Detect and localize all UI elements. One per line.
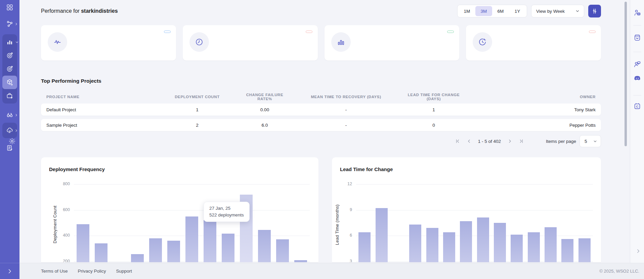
y-tick-label: 3 — [337, 259, 352, 263]
copyright-text: © 2025, WSO2 LLC. — [599, 269, 639, 274]
y-tick-label: 6 — [337, 233, 352, 238]
page-size-select[interactable]: 5 — [579, 135, 601, 147]
gridline — [356, 210, 593, 210]
pulse-icon — [53, 38, 62, 46]
sidebar-item-goal-target[interactable] — [2, 49, 17, 62]
metric-card-3 — [466, 25, 601, 61]
gridline — [356, 184, 593, 185]
sidebar-item-observe-binoculars[interactable] — [2, 108, 17, 122]
bar-7[interactable] — [204, 220, 216, 262]
bar-11[interactable] — [545, 227, 557, 263]
charts-row: Deployment Frequency Deployment Count 27… — [41, 157, 601, 262]
first-page-button[interactable] — [452, 136, 463, 146]
rail-item-support-person-chat[interactable] — [631, 57, 644, 71]
footer-link-support[interactable]: Support — [116, 269, 132, 274]
table-cell: 2 — [155, 123, 239, 128]
range-button-6m[interactable]: 6M — [492, 6, 509, 16]
bar-8[interactable] — [494, 223, 506, 262]
table-body: Default Project10.00-1Tony StarkSample P… — [41, 104, 601, 131]
bar-7[interactable] — [477, 217, 489, 262]
rail-item-discord[interactable] — [631, 72, 644, 85]
column-header: LEAD TIME FOR CHANGE (DAYS) — [402, 93, 466, 101]
package-deliver-icon — [6, 79, 13, 86]
sidebar-item-usage-target[interactable] — [2, 62, 17, 76]
bar-6[interactable] — [460, 221, 472, 262]
range-button-1m[interactable]: 1M — [459, 6, 475, 16]
bar-13[interactable] — [578, 238, 591, 262]
range-button-1y[interactable]: 1Y — [509, 6, 526, 16]
gridline — [356, 236, 593, 236]
bar-1[interactable] — [95, 243, 108, 262]
filters-button[interactable] — [588, 5, 601, 17]
bar-12[interactable] — [294, 260, 307, 262]
bar-5[interactable] — [167, 241, 180, 262]
bar-4[interactable] — [426, 228, 438, 262]
lead-time-chart: Lead Time for Change Lead Time (months) … — [332, 157, 601, 262]
sidebar-item-insights-chart[interactable] — [2, 35, 17, 49]
bar-3[interactable] — [409, 225, 421, 262]
rail-item-marketplace-bag[interactable] — [631, 31, 644, 44]
sidebar-item-package-deliver[interactable] — [2, 76, 17, 89]
bar-12[interactable] — [561, 239, 573, 262]
bar-11[interactable] — [276, 239, 289, 262]
status-badge — [306, 31, 312, 33]
table-cell: - — [290, 123, 402, 128]
dashboard-grid-icon — [6, 4, 13, 11]
bar-1[interactable] — [376, 208, 388, 262]
bar-3[interactable] — [131, 254, 144, 262]
bar-10[interactable] — [528, 232, 540, 262]
main-area: Performance for starkindistries 1M3M6M1Y… — [19, 0, 630, 263]
table-cell: Tony Stark — [466, 107, 601, 112]
bar-4[interactable] — [149, 238, 162, 262]
footer-link-privacy-policy[interactable]: Privacy Policy — [78, 269, 106, 274]
range-button-3m[interactable]: 3M — [475, 6, 492, 16]
sidebar-item-briefcase-add[interactable] — [2, 89, 17, 103]
chevron-right-icon — [14, 113, 18, 117]
table-cell: 0 — [402, 123, 466, 128]
footer-link-terms-of-use[interactable]: Terms of Use — [41, 269, 68, 274]
rail-divider — [633, 25, 641, 26]
view-by-value: View by Week — [536, 9, 565, 14]
y-tick-label: 400 — [55, 233, 70, 238]
plot-area — [74, 184, 310, 262]
view-by-dropdown[interactable]: View by Week — [531, 5, 584, 17]
usage-target-icon — [6, 65, 13, 73]
tooltip-value: 522 deployments — [209, 212, 244, 217]
bar-8[interactable] — [222, 234, 234, 262]
vertical-scrollbar-thumb[interactable] — [625, 2, 627, 146]
table-cell: 6.0 — [239, 123, 290, 128]
svg-text:C: C — [636, 105, 638, 108]
bar-5[interactable] — [443, 232, 455, 262]
goal-target-icon — [6, 52, 13, 59]
metric-icon-circle — [473, 32, 492, 52]
rail-chevron-right-icon[interactable] — [635, 248, 641, 254]
next-page-button[interactable] — [504, 136, 516, 146]
last-page-button[interactable] — [516, 136, 527, 146]
table-row-1[interactable]: Sample Project26.0-0Pepper Potts — [41, 119, 601, 131]
bar-10[interactable] — [258, 230, 271, 262]
bar-9[interactable] — [511, 235, 523, 262]
discord-icon — [633, 74, 641, 82]
gridline — [356, 262, 593, 262]
prev-page-button[interactable] — [463, 136, 475, 146]
bar-0[interactable] — [358, 232, 371, 262]
y-axis-label: Deployment Count — [52, 184, 57, 262]
sidebar-item-dashboard-grid[interactable] — [2, 1, 17, 14]
chevron-right-icon — [14, 129, 18, 132]
c-app-icon: C — [633, 102, 641, 110]
rail-item-dev-account[interactable] — [631, 6, 644, 19]
bar-6[interactable] — [185, 216, 198, 262]
sidebar-item-pipelines-flow[interactable] — [2, 17, 17, 31]
tooltip-date: 27 Jan, 25 — [209, 206, 244, 211]
status-badge — [589, 31, 596, 33]
column-header: DEPLOYMENT COUNT — [155, 95, 239, 99]
rail-item-c-app[interactable]: C — [631, 99, 644, 113]
clock-refresh-icon — [478, 38, 487, 46]
page-header: Performance for starkindistries 1M3M6M1Y… — [41, 5, 601, 17]
chart-title: Deployment Frequency — [49, 166, 105, 172]
right-rail: C — [630, 0, 644, 263]
bar-0[interactable] — [77, 224, 89, 262]
sidebar-item-settings-gear[interactable] — [5, 134, 19, 148]
sidebar-expand-button[interactable] — [0, 263, 19, 279]
table-row-0[interactable]: Default Project10.00-1Tony Stark — [41, 104, 601, 116]
